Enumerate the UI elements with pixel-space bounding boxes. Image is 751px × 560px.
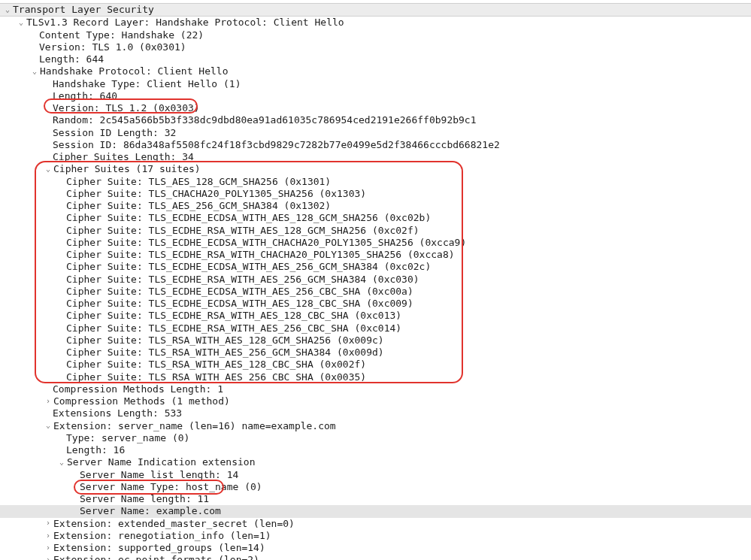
tree-row-text: Cipher Suite: TLS_ECDHE_RSA_WITH_AES_128…	[66, 310, 401, 322]
tree-row-text: Session ID: 86da348af5508fc24f18f3cbd982…	[53, 139, 500, 151]
tree-row[interactable]: Version: TLS 1.0 (0x0301)	[0, 41, 751, 53]
tree-row[interactable]: Cipher Suite: TLS_ECDHE_ECDSA_WITH_AES_2…	[0, 261, 751, 273]
tree-row[interactable]: Cipher Suite: TLS_AES_256_GCM_SHA384 (0x…	[0, 200, 751, 212]
chevron-right-icon[interactable]: ›	[44, 531, 53, 541]
tree-row[interactable]: Compression Methods Length: 1	[0, 383, 751, 395]
tree-row[interactable]: ›Extension: ec_point_formats (len=2)	[0, 554, 751, 560]
tree-row[interactable]: Content Type: Handshake (22)	[0, 29, 751, 41]
tree-row[interactable]: Cipher Suite: TLS_ECDHE_ECDSA_WITH_AES_2…	[0, 286, 751, 298]
tree-row[interactable]: Cipher Suite: TLS_AES_128_GCM_SHA256 (0x…	[0, 176, 751, 188]
tree-row[interactable]: ⌄Extension: server_name (len=16) name=ex…	[0, 420, 751, 432]
tree-row[interactable]: ›Extension: renegotiation_info (len=1)	[0, 530, 751, 542]
tree-row-text: Type: server_name (0)	[66, 432, 189, 444]
tree-row-text: Extension: ec_point_formats (len=2)	[53, 554, 259, 560]
tree-row[interactable]: Server Name length: 11	[0, 493, 751, 505]
tree-row-text: Transport Layer Security	[13, 4, 154, 16]
chevron-down-icon[interactable]: ⌄	[30, 67, 39, 77]
tree-row-text: Server Name length: 11	[80, 493, 209, 505]
tree-row-text: Length: 640	[53, 90, 117, 102]
tree-row-text: Cipher Suite: TLS_AES_128_GCM_SHA256 (0x…	[66, 176, 331, 188]
tree-row[interactable]: Extensions Length: 533	[0, 407, 751, 419]
tree-row-text: Cipher Suite: TLS_AES_256_GCM_SHA384 (0x…	[66, 200, 331, 212]
tree-row[interactable]: Length: 640	[0, 90, 751, 102]
chevron-right-icon[interactable]: ›	[44, 543, 53, 553]
tree-row[interactable]: ⌄Cipher Suites (17 suites)	[0, 163, 751, 175]
tree-row[interactable]: ›Compression Methods (1 method)	[0, 395, 751, 407]
chevron-down-icon[interactable]: ⌄	[3, 5, 12, 15]
tree-row[interactable]: Cipher Suite: TLS_ECDHE_RSA_WITH_AES_256…	[0, 274, 751, 286]
tree-row[interactable]: Cipher Suite: TLS_ECDHE_ECDSA_WITH_CHACH…	[0, 237, 751, 249]
tree-row[interactable]: Handshake Type: Client Hello (1)	[0, 78, 751, 90]
tree-row[interactable]: Session ID: 86da348af5508fc24f18f3cbd982…	[0, 139, 751, 151]
tree-row-text: TLSv1.3 Record Layer: Handshake Protocol…	[26, 17, 344, 29]
tree-row-text: Cipher Suite: TLS_ECDHE_RSA_WITH_AES_256…	[66, 322, 401, 334]
tree-row-text: Cipher Suite: TLS_ECDHE_ECDSA_WITH_AES_2…	[66, 286, 413, 298]
tree-row-text: Extension: renegotiation_info (len=1)	[53, 530, 271, 542]
tree-row-text: Cipher Suite: TLS_RSA_WITH_AES_128_CBC_S…	[66, 359, 366, 371]
tree-row[interactable]: ⌄TLSv1.3 Record Layer: Handshake Protoco…	[0, 17, 751, 29]
tree-row-text: Cipher Suite: TLS_ECDHE_ECDSA_WITH_AES_1…	[66, 298, 413, 310]
tree-row[interactable]: ⌄Handshake Protocol: Client Hello	[0, 65, 751, 77]
chevron-right-icon[interactable]: ›	[44, 555, 53, 560]
tree-row-text: Cipher Suite: TLS_CHACHA20_POLY1305_SHA2…	[66, 188, 366, 200]
tree-row-text: Session ID Length: 32	[53, 127, 176, 139]
chevron-right-icon[interactable]: ›	[44, 519, 53, 528]
chevron-down-icon[interactable]: ⌄	[44, 421, 53, 431]
tree-row[interactable]: Cipher Suite: TLS_RSA_WITH_AES_256_CBC_S…	[0, 371, 751, 383]
tree-row-text: Length: 644	[39, 53, 104, 65]
tree-row-text: Version: TLS 1.0 (0x0301)	[39, 41, 186, 53]
chevron-right-icon[interactable]: ›	[44, 397, 53, 407]
tree-row[interactable]: Server Name: example.com	[0, 505, 751, 517]
tree-row[interactable]: Version: TLS 1.2 (0x0303)	[0, 102, 751, 114]
tree-row-text: Cipher Suite: TLS_ECDHE_RSA_WITH_AES_256…	[66, 274, 419, 286]
tree-row[interactable]: ›Extension: supported_groups (len=14)	[0, 542, 751, 554]
tree-row[interactable]: Cipher Suite: TLS_ECDHE_RSA_WITH_AES_128…	[0, 225, 751, 237]
tree-row[interactable]: Cipher Suite: TLS_ECDHE_RSA_WITH_AES_128…	[0, 310, 751, 322]
tree-row-text: Cipher Suite: TLS_RSA_WITH_AES_256_GCM_S…	[66, 347, 384, 359]
tree-row-text: Server Name list length: 14	[80, 469, 238, 481]
tree-row[interactable]: ⌄Transport Layer Security	[0, 3, 751, 17]
tree-row-text: Cipher Suite: TLS_ECDHE_ECDSA_WITH_CHACH…	[66, 237, 466, 249]
tree-row[interactable]: Cipher Suite: TLS_ECDHE_RSA_WITH_CHACHA2…	[0, 249, 751, 261]
tree-row-text: Cipher Suite: TLS_RSA_WITH_AES_256_CBC_S…	[66, 371, 366, 383]
tree-row-text: Version: TLS 1.2 (0x0303)	[53, 102, 200, 114]
tree-row-text: Cipher Suites Length: 34	[53, 151, 194, 163]
tree-row-text: Handshake Type: Client Hello (1)	[53, 78, 241, 90]
tree-row-text: Extension: extended_master_secret (len=0…	[53, 518, 295, 530]
chevron-down-icon[interactable]: ⌄	[57, 458, 66, 468]
tree-row[interactable]: Random: 2c545a566b5b3f338dc9dbd80ea91ad6…	[0, 114, 751, 126]
tree-row-text: Server Name Indication extension	[67, 456, 255, 468]
tree-row-text: Compression Methods (1 method)	[53, 395, 230, 407]
tree-row[interactable]: Cipher Suite: TLS_ECDHE_ECDSA_WITH_AES_1…	[0, 212, 751, 224]
tree-row-text: Extension: supported_groups (len=14)	[53, 542, 265, 554]
tree-row[interactable]: Length: 644	[0, 53, 751, 65]
tree-row-text: Content Type: Handshake (22)	[39, 29, 204, 41]
tree-row-text: Cipher Suite: TLS_RSA_WITH_AES_128_GCM_S…	[66, 334, 384, 347]
tree-row[interactable]: ⌄Server Name Indication extension	[0, 456, 751, 468]
tree-row-text: Handshake Protocol: Client Hello	[40, 65, 228, 77]
packet-tree[interactable]: ⌄Transport Layer Security⌄TLSv1.3 Record…	[0, 0, 751, 560]
tree-row[interactable]: Server Name Type: host_name (0)	[0, 481, 751, 493]
chevron-down-icon[interactable]: ⌄	[44, 165, 53, 174]
tree-row[interactable]: Cipher Suite: TLS_RSA_WITH_AES_128_CBC_S…	[0, 359, 751, 371]
tree-row-text: Cipher Suite: TLS_ECDHE_RSA_WITH_CHACHA2…	[66, 249, 455, 261]
tree-row[interactable]: Cipher Suite: TLS_RSA_WITH_AES_128_GCM_S…	[0, 334, 751, 347]
tree-row-text: Server Name: example.com	[80, 505, 221, 517]
tree-row-text: Server Name Type: host_name (0)	[80, 481, 262, 493]
tree-row[interactable]: Type: server_name (0)	[0, 432, 751, 444]
chevron-down-icon[interactable]: ⌄	[17, 18, 26, 28]
tree-row[interactable]: Server Name list length: 14	[0, 469, 751, 481]
tree-row-text: Length: 16	[66, 444, 125, 456]
tree-row-text: Cipher Suites (17 suites)	[53, 163, 201, 175]
tree-row[interactable]: Cipher Suite: TLS_CHACHA20_POLY1305_SHA2…	[0, 188, 751, 200]
tree-row[interactable]: Length: 16	[0, 444, 751, 456]
tree-row[interactable]: Cipher Suites Length: 34	[0, 151, 751, 163]
tree-row[interactable]: Cipher Suite: TLS_RSA_WITH_AES_256_GCM_S…	[0, 347, 751, 359]
tree-row[interactable]: Cipher Suite: TLS_ECDHE_ECDSA_WITH_AES_1…	[0, 298, 751, 310]
tree-row-text: Extensions Length: 533	[53, 407, 182, 419]
tree-row-text: Cipher Suite: TLS_ECDHE_ECDSA_WITH_AES_1…	[66, 212, 431, 224]
tree-row[interactable]: Cipher Suite: TLS_ECDHE_RSA_WITH_AES_256…	[0, 322, 751, 334]
tree-row[interactable]: Session ID Length: 32	[0, 127, 751, 139]
tree-row-text: Compression Methods Length: 1	[53, 383, 223, 395]
tree-row[interactable]: ›Extension: extended_master_secret (len=…	[0, 518, 751, 530]
